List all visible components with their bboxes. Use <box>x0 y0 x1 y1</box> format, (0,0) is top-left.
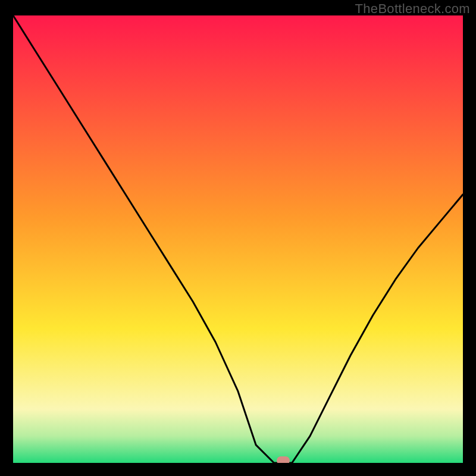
chart-frame: TheBottleneck.com <box>0 0 476 476</box>
chart-svg <box>13 15 463 463</box>
plot-area <box>13 15 463 463</box>
optimal-marker <box>277 456 290 463</box>
gradient-background <box>13 15 463 463</box>
watermark-text: TheBottleneck.com <box>355 1 470 17</box>
